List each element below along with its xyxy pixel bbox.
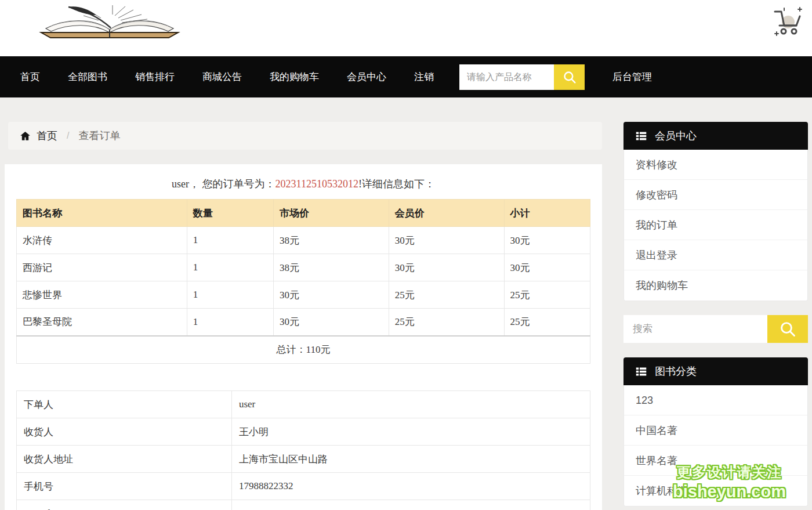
cell-book-name: 悲惨世界 [17, 281, 187, 309]
cell-subtotal: 25元 [504, 309, 590, 336]
nav-all-books[interactable]: 全部图书 [54, 70, 121, 84]
info-value-email: 456456@qq.com [231, 500, 590, 510]
header-cart-icon[interactable] [770, 3, 803, 42]
book-categories-panel: 图书分类 123 中国名著 世界名著 计算机科学 [624, 357, 808, 507]
col-quantity: 数量 [187, 200, 273, 227]
cell-subtotal: 30元 [504, 254, 590, 281]
table-row: 巴黎圣母院 1 30元 25元 25元 [17, 309, 590, 336]
cell-market-price: 30元 [274, 281, 389, 309]
cell-member-price: 30元 [389, 227, 504, 254]
breadcrumb-separator: / [67, 131, 69, 141]
info-value-phone: 17988822332 [231, 473, 590, 500]
order-card: user， 您的订单号为：2023112510532012!详细信息如下： 图书… [5, 164, 602, 510]
order-number: 2023112510532012 [276, 178, 358, 190]
cell-member-price: 30元 [389, 254, 504, 281]
sidebar-search-button[interactable] [767, 315, 808, 343]
info-label-email: E-mail [17, 500, 232, 510]
sidebar-item-my-cart[interactable]: 我的购物车 [624, 270, 807, 301]
bookstore-logo[interactable] [34, 3, 186, 44]
cell-member-price: 25元 [389, 309, 504, 336]
member-center-panel: 会员中心 资料修改 修改密码 我的订单 退出登录 我的购物车 [624, 122, 808, 301]
info-label-orderer: 下单人 [17, 391, 232, 418]
cell-subtotal: 25元 [504, 281, 590, 309]
col-subtotal: 小计 [504, 200, 590, 227]
nav-admin[interactable]: 后台管理 [599, 70, 666, 84]
member-center-list: 资料修改 修改密码 我的订单 退出登录 我的购物车 [624, 150, 808, 301]
book-categories-list: 123 中国名著 世界名著 计算机科学 [624, 385, 808, 507]
order-info-table: 下单人 user 收货人 王小明 收货人地址 上海市宝山区中山路 手机号 179… [16, 390, 590, 510]
list-icon [635, 366, 647, 378]
table-row: 收货人地址 上海市宝山区中山路 [17, 446, 590, 473]
col-book-name: 图书名称 [17, 200, 187, 227]
sidebar-item-profile-edit[interactable]: 资料修改 [624, 150, 807, 180]
main-column: 首页 / 查看订单 user， 您的订单号为：2023112510532012!… [5, 122, 602, 510]
member-center-title: 会员中心 [655, 129, 697, 143]
search-icon [778, 320, 797, 338]
info-label-consignee: 收货人 [17, 418, 232, 446]
page-body: 首页 / 查看订单 user， 您的订单号为：2023112510532012!… [0, 97, 812, 510]
col-member-price: 会员价 [389, 200, 504, 227]
category-item-chinese-classics[interactable]: 中国名著 [624, 415, 807, 446]
order-message: user， 您的订单号为：2023112510532012!详细信息如下： [16, 177, 590, 191]
nav-sales-rank[interactable]: 销售排行 [121, 70, 188, 84]
table-row: 手机号 17988822332 [17, 473, 590, 500]
cell-subtotal: 30元 [504, 227, 590, 254]
table-row: 悲惨世界 1 30元 25元 25元 [17, 281, 590, 309]
order-message-prefix: user， 您的订单号为： [172, 178, 276, 190]
info-value-consignee: 王小明 [231, 418, 590, 446]
book-categories-title: 图书分类 [655, 364, 697, 378]
info-label-phone: 手机号 [17, 473, 232, 500]
sidebar-item-my-orders[interactable]: 我的订单 [624, 210, 807, 240]
table-row: E-mail 456456@qq.com [17, 500, 590, 510]
nav-my-cart[interactable]: 我的购物车 [256, 70, 333, 84]
nav-search-box [459, 64, 585, 90]
order-message-suffix: !详细信息如下： [358, 178, 435, 190]
table-row: 水浒传 1 38元 30元 30元 [17, 227, 590, 254]
order-items-table: 图书名称 数量 市场价 会员价 小计 水浒传 1 38元 30元 30元 西游记… [16, 199, 590, 364]
breadcrumb-current: 查看订单 [78, 129, 120, 143]
sidebar-search-input[interactable] [624, 315, 767, 343]
cell-market-price: 38元 [274, 227, 389, 254]
nav-announcements[interactable]: 商城公告 [188, 70, 256, 84]
breadcrumb: 首页 / 查看订单 [8, 122, 602, 150]
cell-quantity: 1 [187, 309, 273, 336]
nav-logout[interactable]: 注销 [400, 70, 448, 84]
order-total: 总计：110元 [17, 336, 590, 364]
cell-quantity: 1 [187, 254, 273, 281]
info-label-address: 收货人地址 [17, 446, 232, 473]
member-center-header: 会员中心 [624, 122, 808, 150]
table-row: 收货人 王小明 [17, 418, 590, 446]
cell-book-name: 水浒传 [17, 227, 187, 254]
category-item-123[interactable]: 123 [624, 385, 807, 415]
category-item-computer-science[interactable]: 计算机科学 [624, 476, 807, 506]
cell-quantity: 1 [187, 227, 273, 254]
open-book-logo-icon [34, 3, 186, 41]
order-table-header-row: 图书名称 数量 市场价 会员价 小计 [17, 200, 590, 227]
search-icon [562, 70, 577, 85]
category-item-world-classics[interactable]: 世界名著 [624, 446, 807, 476]
home-icon[interactable] [20, 131, 31, 142]
cell-book-name: 巴黎圣母院 [17, 309, 187, 336]
sidebar-search-box [624, 315, 808, 343]
sidebar-item-change-password[interactable]: 修改密码 [624, 180, 807, 210]
sidebar-item-logout[interactable]: 退出登录 [624, 240, 807, 270]
breadcrumb-home[interactable]: 首页 [37, 129, 57, 143]
cell-book-name: 西游记 [17, 254, 187, 281]
main-navbar: 首页 全部图书 销售排行 商城公告 我的购物车 会员中心 注销 后台管理 [0, 56, 812, 97]
nav-search-button[interactable] [554, 64, 585, 90]
list-icon [635, 130, 647, 142]
nav-search-input[interactable] [459, 64, 554, 90]
nav-home[interactable]: 首页 [20, 70, 54, 84]
cell-member-price: 25元 [389, 281, 504, 309]
col-market-price: 市场价 [274, 200, 389, 227]
cell-market-price: 30元 [274, 309, 389, 336]
book-categories-header: 图书分类 [624, 357, 808, 385]
cell-quantity: 1 [187, 281, 273, 309]
nav-member-center[interactable]: 会员中心 [333, 70, 400, 84]
cell-market-price: 38元 [274, 254, 389, 281]
table-row: 西游记 1 38元 30元 30元 [17, 254, 590, 281]
info-value-orderer: user [231, 391, 590, 418]
table-row: 下单人 user [17, 391, 590, 418]
order-total-row: 总计：110元 [17, 336, 590, 364]
top-header [0, 0, 812, 56]
